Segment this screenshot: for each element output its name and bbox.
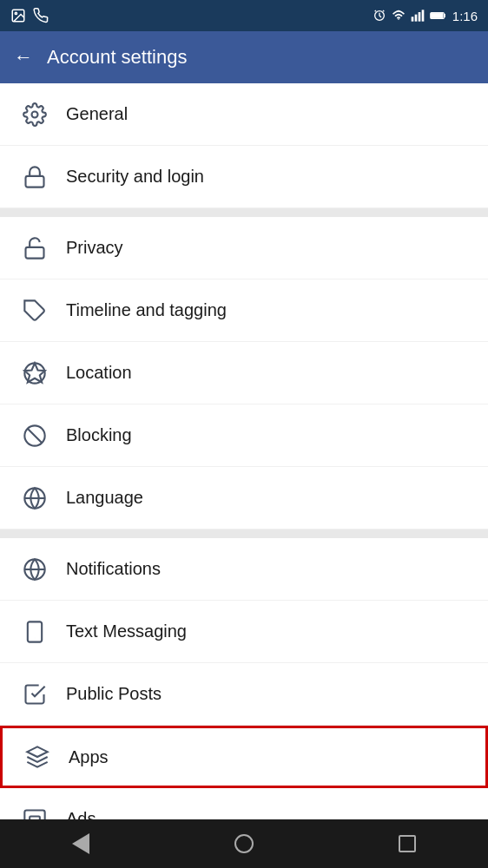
svg-rect-10	[431, 13, 443, 18]
blocking-label: Blocking	[66, 425, 132, 445]
status-bar: 1:16	[0, 0, 488, 31]
timeline-label: Timeline and tagging	[66, 300, 227, 320]
recents-nav-icon	[399, 835, 416, 852]
settings-item-timeline[interactable]: Timeline and tagging	[0, 279, 488, 342]
wifi-icon	[392, 9, 406, 23]
svg-rect-12	[26, 175, 44, 187]
ads-label: Ads	[66, 809, 96, 819]
settings-item-apps[interactable]: Apps	[0, 726, 488, 788]
svg-rect-23	[28, 621, 42, 641]
svg-line-4	[383, 10, 384, 11]
blocking-icon	[17, 424, 52, 448]
nav-recents-button[interactable]	[399, 835, 416, 852]
settings-item-location[interactable]: Location	[0, 342, 488, 404]
time-display: 1:16	[452, 9, 478, 23]
back-button[interactable]: ←	[14, 46, 33, 69]
location-label: Location	[66, 363, 132, 383]
page-title: Account settings	[47, 46, 187, 69]
language-label: Language	[66, 488, 143, 508]
settings-item-notifications[interactable]: Notifications	[0, 538, 488, 601]
svg-point-11	[32, 111, 38, 117]
settings-item-security[interactable]: Security and login	[0, 146, 488, 208]
settings-item-public-posts[interactable]: Public Posts	[0, 663, 488, 726]
text-messaging-icon	[17, 620, 52, 644]
settings-item-language[interactable]: Language	[0, 467, 488, 529]
ads-icon	[17, 807, 52, 820]
phone-call-icon	[33, 8, 49, 23]
public-posts-label: Public Posts	[66, 684, 162, 704]
general-label: General	[66, 104, 128, 124]
settings-item-text-messaging[interactable]: Text Messaging	[0, 601, 488, 663]
settings-list: General Security and login Privacy Timel…	[0, 83, 488, 819]
privacy-lock-icon	[17, 236, 52, 260]
battery-icon	[430, 10, 447, 22]
notifications-icon	[17, 557, 52, 582]
settings-item-privacy[interactable]: Privacy	[0, 217, 488, 279]
back-nav-icon	[72, 833, 89, 854]
status-bar-right: 1:16	[373, 9, 478, 23]
settings-item-blocking[interactable]: Blocking	[0, 404, 488, 467]
svg-rect-7	[418, 12, 420, 22]
nav-back-button[interactable]	[72, 833, 89, 854]
home-nav-icon	[234, 834, 254, 853]
svg-rect-13	[26, 247, 44, 258]
svg-rect-6	[414, 15, 417, 22]
app-header: ← Account settings	[0, 31, 488, 83]
svg-point-1	[15, 12, 16, 14]
svg-line-3	[374, 10, 375, 11]
section-3: Notifications Text Messaging Public Post…	[0, 538, 488, 819]
alarm-icon	[373, 9, 386, 23]
settings-item-ads[interactable]: Ads	[0, 788, 488, 819]
apps-label: Apps	[69, 747, 109, 767]
svg-rect-25	[24, 810, 44, 819]
svg-rect-5	[411, 16, 413, 21]
notifications-label: Notifications	[66, 559, 161, 579]
svg-line-18	[28, 428, 42, 442]
section-1: General Security and login	[0, 83, 488, 208]
apps-icon	[20, 745, 55, 769]
section-2: Privacy Timeline and tagging Location Bl…	[0, 217, 488, 529]
public-posts-icon	[17, 682, 52, 707]
lock-icon	[17, 165, 52, 189]
navigation-bar	[0, 819, 488, 868]
globe-icon	[17, 486, 52, 510]
section-divider-2	[0, 529, 488, 538]
section-divider-1	[0, 208, 488, 217]
svg-rect-8	[421, 10, 424, 21]
nav-home-button[interactable]	[234, 834, 254, 853]
gear-icon	[17, 102, 52, 127]
settings-item-general[interactable]: General	[0, 83, 488, 146]
location-icon	[17, 361, 52, 385]
security-label: Security and login	[66, 167, 204, 187]
status-bar-left	[10, 8, 49, 23]
signal-icon	[411, 9, 425, 23]
text-messaging-label: Text Messaging	[66, 621, 187, 641]
privacy-label: Privacy	[66, 238, 123, 258]
tag-icon	[17, 299, 52, 323]
image-icon	[10, 8, 26, 23]
